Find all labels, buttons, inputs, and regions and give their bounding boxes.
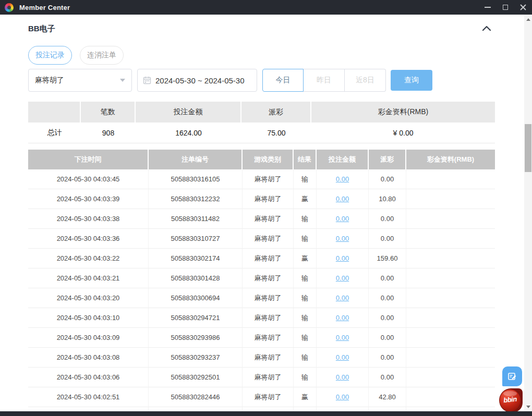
vertical-scrollbar[interactable] [524,15,532,411]
table-row: 2024-05-30 04:03:38 5058830311482 麻将胡了 输… [28,209,495,229]
bbin-logo-button[interactable]: bbin [499,388,524,413]
cell-order-number: 5058830302174 [149,249,243,268]
summary-total-bet-amount: 1624.00 [136,123,241,143]
cell-result: 输 [294,308,317,328]
cell-order-number: 5058830294721 [149,308,243,328]
bet-amount-link[interactable]: 0.00 [336,175,349,183]
bet-amount-link[interactable]: 0.00 [336,334,349,341]
feedback-button[interactable] [502,366,522,386]
col-header-bet: 投注金额 [317,150,369,169]
minimize-button[interactable] [479,0,497,15]
tab-cancelled-orders[interactable]: 连消注单 [80,46,124,65]
cell-bet-amount: 0.00 [317,308,369,328]
date-range-input[interactable]: 2024-05-30 ~ 2024-05-30 [137,69,257,92]
col-header-game: 游戏类别 [243,150,294,169]
bet-amount-link[interactable]: 0.00 [336,373,349,381]
scrollbar-thumb[interactable] [525,124,531,172]
cell-bonus [406,328,495,348]
cell-payout: 0.00 [369,268,406,288]
bet-amount-link[interactable]: 0.00 [336,235,349,242]
cell-order-number: 5058830301428 [149,268,243,288]
cell-result: 赢 [294,189,317,209]
cell-payout: 0.00 [369,209,406,229]
tab-bet-records[interactable]: 投注记录 [28,46,72,65]
cell-time: 2024-05-30 04:02:51 [28,387,149,407]
game-select[interactable]: 麻将胡了 [28,69,132,92]
cell-payout: 0.00 [369,229,406,249]
titlebar: Member Center [0,0,532,15]
cell-payout: 0.00 [369,288,406,308]
cell-result: 赢 [294,249,317,268]
cell-order-number: 5058830293237 [149,348,243,368]
cell-time: 2024-05-30 04:03:08 [28,348,149,368]
today-button[interactable]: 今日 [262,69,304,92]
bet-amount-link[interactable]: 0.00 [336,195,349,203]
table-row: 2024-05-30 04:03:06 5058830292501 麻将胡了 输… [28,368,495,387]
cell-game-type: 麻将胡了 [243,229,294,249]
cell-game-type: 麻将胡了 [243,348,294,368]
last-8-days-button[interactable]: 近8日 [345,69,386,92]
window-controls [479,0,532,15]
collapse-section-button[interactable] [481,24,492,33]
cell-bet-amount: 0.00 [317,348,369,368]
cell-payout: 0.00 [369,308,406,328]
bet-amount-link[interactable]: 0.00 [336,274,349,282]
cell-result: 输 [294,328,317,348]
col-header-order: 注单编号 [149,150,243,169]
summary-header-blank [28,102,81,123]
quick-date-buttons: 今日 昨日 近8日 [262,69,386,92]
maximize-icon [503,5,508,10]
table-row: 2024-05-30 04:03:45 5058830316105 麻将胡了 输… [28,169,495,189]
cell-result: 输 [294,268,317,288]
cell-game-type: 麻将胡了 [243,268,294,288]
summary-total-payout: 75.00 [241,123,311,143]
cell-result: 输 [294,288,317,308]
cell-time: 2024-05-30 04:03:38 [28,209,149,229]
cell-bet-amount: 0.00 [317,169,369,189]
cell-result: 输 [294,169,317,189]
scroll-up-button[interactable] [525,16,531,22]
cell-time: 2024-05-30 04:03:36 [28,229,149,249]
cell-time: 2024-05-30 04:03:20 [28,288,149,308]
calendar-icon [143,76,151,84]
scroll-up-icon [526,18,530,21]
summary-header-bonus: 彩金资料(RMB) [311,102,495,123]
table-row: 2024-05-30 04:03:39 5058830312232 麻将胡了 赢… [28,189,495,209]
edit-note-icon [507,371,517,382]
summary-header-bet-amount: 投注金额 [136,102,241,123]
cell-time: 2024-05-30 04:03:10 [28,308,149,328]
date-range-value: 2024-05-30 ~ 2024-05-30 [155,76,245,85]
cell-game-type: 麻将胡了 [243,368,294,387]
game-select-value: 麻将胡了 [35,76,64,85]
cell-payout: 0.00 [369,169,406,189]
cell-result: 输 [294,368,317,387]
search-button[interactable]: 查询 [391,70,432,91]
cell-order-number: 5058830293986 [149,328,243,348]
bet-amount-link[interactable]: 0.00 [336,294,349,302]
cell-game-type: 麻将胡了 [243,209,294,229]
bet-amount-link[interactable]: 0.00 [336,215,349,223]
yesterday-button[interactable]: 昨日 [304,69,345,92]
col-header-result: 结果 [294,150,317,169]
bet-amount-link[interactable]: 0.00 [336,254,349,262]
yesterday-button-label: 昨日 [317,76,331,85]
cell-bonus [406,348,495,368]
bet-amount-link[interactable]: 0.00 [336,353,349,361]
col-header-payout: 派彩 [369,150,406,169]
summary-total-label: 总计 [28,123,81,143]
table-row: 2024-05-30 04:03:36 5058830310727 麻将胡了 输… [28,229,495,249]
bet-amount-link[interactable]: 0.00 [336,314,349,322]
cell-game-type: 麻将胡了 [243,169,294,189]
scroll-down-button[interactable] [525,403,531,410]
bet-amount-link[interactable]: 0.00 [336,393,349,401]
close-button[interactable] [514,0,532,15]
cell-bonus [406,387,495,407]
cell-game-type: 麻将胡了 [243,328,294,348]
chevron-up-icon [481,24,492,33]
maximize-button[interactable] [497,0,514,15]
table-header-row: 下注时间 注单编号 游戏类别 结果 投注金额 派彩 彩金资料(RMB) [28,150,495,169]
window-title: Member Center [19,4,70,11]
cell-game-type: 麻将胡了 [243,308,294,328]
cell-game-type: 麻将胡了 [243,387,294,407]
table-row: 2024-05-30 04:03:10 5058830294721 麻将胡了 输… [28,308,495,328]
